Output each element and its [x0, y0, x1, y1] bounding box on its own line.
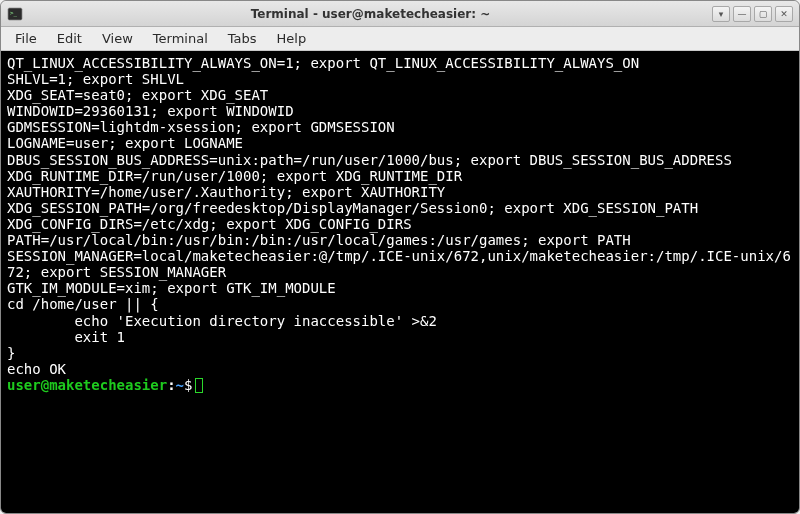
show-on-all-workspaces-button[interactable]: ▾ — [712, 6, 730, 22]
terminal-line: SHLVL=1; export SHLVL — [7, 71, 793, 87]
terminal-line: exit 1 — [7, 329, 793, 345]
terminal-line: XDG_CONFIG_DIRS=/etc/xdg; export XDG_CON… — [7, 216, 793, 232]
window-controls: ▾ — ▢ ✕ — [712, 6, 793, 22]
prompt-colon: : — [167, 377, 175, 393]
prompt-dollar: $ — [184, 377, 192, 393]
terminal-output[interactable]: QT_LINUX_ACCESSIBILITY_ALWAYS_ON=1; expo… — [1, 51, 799, 513]
terminal-line: QT_LINUX_ACCESSIBILITY_ALWAYS_ON=1; expo… — [7, 55, 793, 71]
prompt: user@maketecheasier:~$ — [7, 377, 192, 393]
terminal-line: GTK_IM_MODULE=xim; export GTK_IM_MODULE — [7, 280, 793, 296]
menu-view[interactable]: View — [92, 28, 143, 49]
terminal-line: } — [7, 345, 793, 361]
menu-help[interactable]: Help — [267, 28, 317, 49]
minimize-button[interactable]: — — [733, 6, 751, 22]
terminal-line: LOGNAME=user; export LOGNAME — [7, 135, 793, 151]
maximize-button[interactable]: ▢ — [754, 6, 772, 22]
terminal-line: echo OK — [7, 361, 793, 377]
terminal-line: DBUS_SESSION_BUS_ADDRESS=unix:path=/run/… — [7, 152, 793, 168]
terminal-line: cd /home/user || { — [7, 296, 793, 312]
menu-terminal[interactable]: Terminal — [143, 28, 218, 49]
terminal-line: echo 'Execution directory inaccessible' … — [7, 313, 793, 329]
cursor — [195, 378, 203, 393]
terminal-line: XDG_SEAT=seat0; export XDG_SEAT — [7, 87, 793, 103]
close-button[interactable]: ✕ — [775, 6, 793, 22]
terminal-lines: QT_LINUX_ACCESSIBILITY_ALWAYS_ON=1; expo… — [7, 55, 793, 377]
menu-tabs[interactable]: Tabs — [218, 28, 267, 49]
terminal-line: XDG_RUNTIME_DIR=/run/user/1000; export X… — [7, 168, 793, 184]
svg-text:>_: >_ — [10, 9, 18, 17]
prompt-user: user — [7, 377, 41, 393]
window-title: Terminal - user@maketecheasier: ~ — [29, 7, 712, 21]
terminal-line: SESSION_MANAGER=local/maketecheasier:@/t… — [7, 248, 793, 280]
menu-file[interactable]: File — [5, 28, 47, 49]
terminal-line: GDMSESSION=lightdm-xsession; export GDMS… — [7, 119, 793, 135]
terminal-line: XAUTHORITY=/home/user/.Xauthority; expor… — [7, 184, 793, 200]
terminal-line: PATH=/usr/local/bin:/usr/bin:/bin:/usr/l… — [7, 232, 793, 248]
terminal-line: XDG_SESSION_PATH=/org/freedesktop/Displa… — [7, 200, 793, 216]
menu-edit[interactable]: Edit — [47, 28, 92, 49]
prompt-path: ~ — [176, 377, 184, 393]
prompt-host: maketecheasier — [49, 377, 167, 393]
terminal-line: WINDOWID=29360131; export WINDOWID — [7, 103, 793, 119]
terminal-icon: >_ — [7, 6, 23, 22]
menu-bar: File Edit View Terminal Tabs Help — [1, 27, 799, 51]
window-titlebar[interactable]: >_ Terminal - user@maketecheasier: ~ ▾ —… — [1, 1, 799, 27]
prompt-at: @ — [41, 377, 49, 393]
